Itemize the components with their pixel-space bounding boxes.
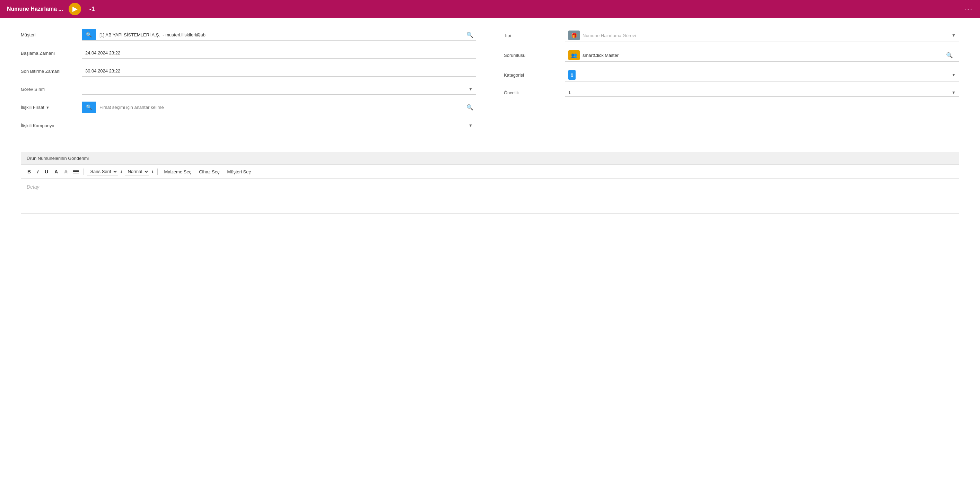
baslama-label: Başlama Zamanı xyxy=(21,51,76,56)
gorev-sinifi-row: Görev Sınıfı ▼ xyxy=(21,84,476,95)
tipi-label: Tipi xyxy=(504,33,559,38)
musteri-search-icon-orange[interactable]: 🔍 xyxy=(464,30,476,40)
form-left-column: Müşteri 🔍 🔍 Başlama Zamanı Son Bitirme Z… xyxy=(21,29,476,138)
iliskili-firsat-label-wrapper: İlişkili Fırsat ▼ xyxy=(21,105,76,110)
iliskili-kampanya-label: İlişkili Kampanya xyxy=(21,123,76,128)
more-options-icon[interactable]: ··· xyxy=(964,5,973,13)
oncelik-value: 1 xyxy=(568,90,951,95)
sorumlusu-wrapper: 👥 smartClick Master 🔍 xyxy=(565,49,959,62)
tipi-row: Tipi 🎁 Numune Hazırlama Görevi ▼ xyxy=(504,29,959,42)
italic-button[interactable]: I xyxy=(35,168,41,175)
tipi-wrapper: 🎁 Numune Hazırlama Görevi ▼ xyxy=(565,29,959,42)
kategorisi-label: Kategorisi xyxy=(504,72,559,78)
gorev-sinifi-dropdown[interactable]: ▼ xyxy=(82,84,476,95)
chevron-down-icon: ▼ xyxy=(469,123,473,128)
header-title: Numune Hazırlama ... xyxy=(7,6,63,12)
musteri-search-button[interactable]: 🔍 xyxy=(82,29,96,40)
editor-placeholder: Detay xyxy=(27,184,40,189)
font-family-arrow: ⬍ xyxy=(120,170,123,174)
son-bitirme-label: Son Bitirme Zamanı xyxy=(21,68,76,74)
oncelik-label: Öncelik xyxy=(504,90,559,96)
chevron-down-icon[interactable]: ▼ xyxy=(951,72,956,77)
form-grid: Müşteri 🔍 🔍 Başlama Zamanı Son Bitirme Z… xyxy=(21,29,959,138)
musteri-input[interactable] xyxy=(96,29,464,40)
lines-format-icon[interactable] xyxy=(72,169,80,174)
font-size-arrow: ⬍ xyxy=(151,170,154,174)
app-header: Numune Hazırlama ... ▶ -1 ··· xyxy=(0,0,980,18)
search-icon: 🔍 xyxy=(86,32,92,37)
malzeme-sec-button[interactable]: Malzeme Seç xyxy=(161,168,194,175)
gift-icon: 🎁 xyxy=(568,30,580,40)
baslama-row: Başlama Zamanı xyxy=(21,48,476,59)
iliskili-firsat-search-icon-orange[interactable]: 🔍 xyxy=(464,103,476,112)
iliskili-firsat-search-button[interactable]: 🔍 xyxy=(82,102,96,113)
iliskili-firsat-input-wrapper: 🔍 🔍 xyxy=(82,102,476,113)
editor-toolbar: B I U A A Sans Serif ⬍ Normal ⬍ Malzeme … xyxy=(21,165,959,178)
header-badge: -1 xyxy=(89,6,95,13)
font-color-button[interactable]: A xyxy=(52,168,60,175)
bold-button[interactable]: B xyxy=(25,168,33,175)
iliskili-kampanya-select[interactable] xyxy=(85,123,469,128)
sorumlusu-value: smartClick Master xyxy=(582,53,943,58)
iliskili-firsat-row: İlişkili Fırsat ▼ 🔍 🔍 xyxy=(21,102,476,113)
info-icon: ℹ xyxy=(568,70,576,80)
main-content: Müşteri 🔍 🔍 Başlama Zamanı Son Bitirme Z… xyxy=(0,18,980,500)
kategorisi-row: Kategorisi ℹ ▼ xyxy=(504,68,959,81)
form-right-column: Tipi 🎁 Numune Hazırlama Görevi ▼ Sorumlu… xyxy=(504,29,959,138)
underline-button[interactable]: U xyxy=(43,168,50,175)
chevron-down-icon: ▼ xyxy=(469,87,473,92)
section-title-bar: Ürün Numunelerinin Gönderimi xyxy=(21,152,959,165)
iliskili-kampanya-row: İlişkili Kampanya ▼ xyxy=(21,120,476,131)
kategorisi-wrapper: ℹ ▼ xyxy=(565,68,959,81)
font-family-select[interactable]: Sans Serif xyxy=(88,168,118,175)
font-size-select[interactable]: Normal xyxy=(125,168,149,175)
musteri-label: Müşteri xyxy=(21,32,76,37)
baslama-input[interactable] xyxy=(82,48,476,59)
oncelik-row: Öncelik 1 ▼ xyxy=(504,88,959,97)
search-icon: 🔍 xyxy=(86,104,92,110)
iliskili-kampanya-dropdown[interactable]: ▼ xyxy=(82,120,476,131)
iliskili-firsat-label: İlişkili Fırsat xyxy=(21,105,45,110)
chevron-down-icon-firsat[interactable]: ▼ xyxy=(46,105,49,110)
tipi-value: Numune Hazırlama Görevi xyxy=(582,33,951,38)
chevron-down-icon[interactable]: ▼ xyxy=(951,90,956,95)
musteri-input-wrapper: 🔍 🔍 xyxy=(82,29,476,41)
chevron-right-icon: ▶ xyxy=(72,5,77,13)
sorumlusu-label: Sorumlusu xyxy=(504,53,559,58)
gorev-sinifi-label: Görev Sınıfı xyxy=(21,87,76,92)
musteri-row: Müşteri 🔍 🔍 xyxy=(21,29,476,41)
section-title: Ürün Numunelerinin Gönderimi xyxy=(27,156,89,161)
gorev-sinifi-select[interactable] xyxy=(85,86,469,92)
chevron-down-icon[interactable]: ▼ xyxy=(951,33,956,38)
strikethrough-button[interactable]: A xyxy=(62,168,70,175)
editor-container: B I U A A Sans Serif ⬍ Normal ⬍ Malzeme … xyxy=(21,165,959,213)
editor-body[interactable]: Detay xyxy=(21,178,959,213)
musteri-sec-button[interactable]: Müşteri Seç xyxy=(224,168,254,175)
son-bitirme-row: Son Bitirme Zamanı xyxy=(21,65,476,76)
sorumlusu-row: Sorumlusu 👥 smartClick Master 🔍 xyxy=(504,49,959,62)
header-nav-button[interactable]: ▶ xyxy=(68,3,81,15)
son-bitirme-input[interactable] xyxy=(82,65,476,76)
iliskili-firsat-input[interactable] xyxy=(96,102,464,113)
sorumlusu-search-icon[interactable]: 🔍 xyxy=(943,51,956,60)
oncelik-wrapper: 1 ▼ xyxy=(565,88,959,97)
cihaz-sec-button[interactable]: Cihaz Seç xyxy=(196,168,222,175)
people-icon: 👥 xyxy=(568,50,580,60)
